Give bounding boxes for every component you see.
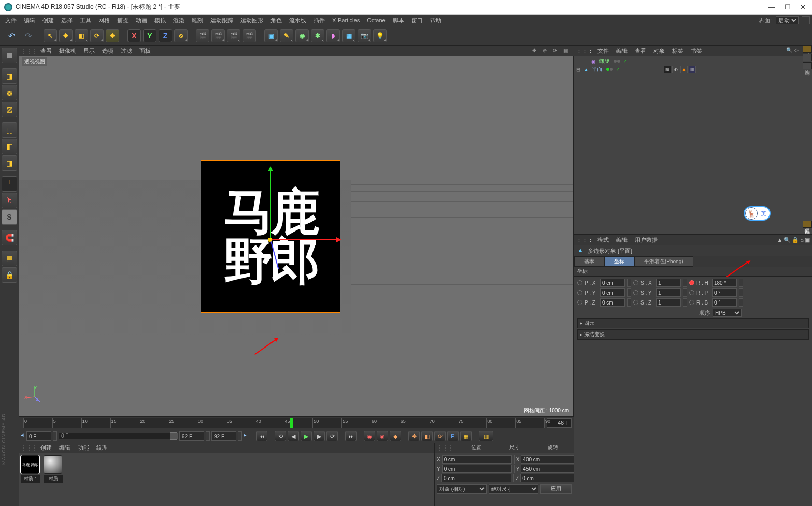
next-frame-button[interactable]: ▶ bbox=[314, 431, 325, 441]
attr-pos-field[interactable] bbox=[600, 298, 625, 307]
key-param-button[interactable]: P bbox=[447, 431, 459, 441]
attr-menu-mode[interactable]: 模式 bbox=[594, 235, 612, 245]
viewport-solo[interactable]: 🖰 bbox=[2, 193, 17, 208]
menu-window[interactable]: 窗口 bbox=[408, 16, 426, 25]
editor-layout-button[interactable]: ▥ bbox=[479, 431, 493, 441]
position-field[interactable] bbox=[442, 465, 512, 473]
anim-dot-icon[interactable] bbox=[577, 290, 582, 295]
spline-pen[interactable]: ✎ bbox=[280, 29, 293, 42]
material-item[interactable]: 材质 bbox=[44, 455, 63, 483]
vp-pan-icon[interactable]: ✥ bbox=[532, 48, 539, 55]
scale-tool[interactable]: ◧ bbox=[75, 29, 88, 42]
autokey-button[interactable]: ◉ bbox=[377, 431, 388, 441]
menu-octane[interactable]: Octane bbox=[364, 16, 388, 24]
menu-motiontrack[interactable]: 运动跟踪 bbox=[207, 16, 236, 25]
home-icon[interactable]: ⌂ bbox=[800, 237, 804, 243]
position-field[interactable] bbox=[441, 474, 511, 482]
range-slider-thumb[interactable] bbox=[170, 432, 177, 440]
attr-collapse-freeze[interactable]: ▸ 冻结变换 bbox=[577, 329, 809, 340]
redo-button[interactable]: ↷ bbox=[21, 28, 35, 43]
menu-snap[interactable]: 捕捉 bbox=[114, 16, 132, 25]
obj-menu-edit[interactable]: 编辑 bbox=[613, 46, 631, 56]
spinner[interactable] bbox=[514, 455, 515, 464]
object-name[interactable]: 螺旋 bbox=[598, 57, 610, 65]
attr-tab[interactable]: 平滑着色(Phong) bbox=[634, 256, 693, 267]
vp-menu-camera[interactable]: 摄像机 bbox=[56, 46, 79, 56]
keyframe-selection[interactable]: ◆ bbox=[390, 431, 401, 441]
preview-end-field[interactable] bbox=[179, 431, 204, 441]
spinner[interactable] bbox=[627, 298, 631, 307]
texture-tag[interactable]: ◐ bbox=[672, 66, 679, 73]
menu-animate[interactable]: 动画 bbox=[133, 16, 150, 25]
view-flat-icon[interactable]: ◇ bbox=[794, 47, 802, 54]
vp-menu-filter[interactable]: 过滤 bbox=[118, 46, 135, 56]
mat-menu-edit[interactable]: 编辑 bbox=[56, 443, 74, 453]
vp-zoom-icon[interactable]: ⊕ bbox=[543, 48, 550, 55]
key-pos-button[interactable]: ✥ bbox=[408, 431, 420, 441]
menu-select[interactable]: 选择 bbox=[58, 16, 76, 25]
menu-plugins[interactable]: 插件 bbox=[310, 16, 328, 25]
vp-toggle-icon[interactable]: ▦ bbox=[563, 48, 571, 55]
menu-create[interactable]: 创建 bbox=[39, 16, 57, 25]
record-button[interactable]: ◉ bbox=[364, 431, 375, 441]
mat-menu-create[interactable]: 创建 bbox=[37, 443, 55, 453]
search-icon[interactable]: 🔍 bbox=[783, 237, 791, 243]
visibility-dots[interactable] bbox=[606, 68, 613, 71]
deformer-bend[interactable]: ◗ bbox=[326, 29, 340, 42]
edge-mode[interactable]: ◧ bbox=[2, 139, 17, 154]
vp-menu-panel[interactable]: 面板 bbox=[136, 46, 154, 56]
vp-rotate-icon[interactable]: ⟳ bbox=[553, 48, 560, 55]
material-item[interactable]: 马鹿 野郎材质.1 bbox=[21, 455, 40, 483]
point-mode[interactable]: ⬚ bbox=[2, 122, 17, 138]
menu-character[interactable]: 角色 bbox=[267, 16, 285, 25]
spinner[interactable] bbox=[513, 474, 514, 482]
rotate-tool[interactable]: ⟳ bbox=[90, 29, 104, 42]
menu-render[interactable]: 渲染 bbox=[170, 16, 188, 25]
spinner[interactable] bbox=[683, 279, 687, 287]
panel-grip-icon[interactable]: ⋮⋮⋮ bbox=[21, 48, 36, 55]
primitive-cube[interactable]: ▣ bbox=[264, 29, 278, 42]
go-end-button[interactable]: ⏭ bbox=[345, 431, 357, 441]
render-pv[interactable]: 🎬 bbox=[227, 29, 240, 42]
spinner[interactable] bbox=[627, 279, 631, 287]
right-tab-attributes[interactable]: 属性 bbox=[803, 221, 812, 228]
perspective-viewport[interactable]: 透视视图 马鹿 野郎 XYZ 网格间距 bbox=[19, 56, 574, 417]
anim-dot-icon[interactable] bbox=[577, 300, 582, 305]
key-rot-button[interactable]: ⟳ bbox=[434, 431, 446, 441]
spinner[interactable] bbox=[627, 288, 631, 297]
vp-menu-display[interactable]: 显示 bbox=[80, 46, 98, 56]
model-mode[interactable]: ◨ bbox=[2, 68, 17, 84]
axis-toggle[interactable]: └ bbox=[2, 176, 17, 192]
snap-toggle[interactable]: S bbox=[2, 209, 17, 225]
attr-scale-field[interactable] bbox=[656, 279, 681, 287]
menu-help[interactable]: 帮助 bbox=[427, 16, 445, 25]
render-region[interactable]: 🎬 bbox=[211, 29, 225, 42]
visibility-dots[interactable] bbox=[614, 60, 620, 63]
y-axis-lock[interactable]: Y bbox=[143, 29, 156, 42]
menu-mesh[interactable]: 网格 bbox=[95, 16, 113, 25]
right-tab-structure[interactable]: 构造 bbox=[803, 62, 812, 69]
obj-menu-object[interactable]: 对象 bbox=[650, 46, 668, 56]
attr-menu-userdata[interactable]: 用户数据 bbox=[632, 235, 661, 245]
attr-rot-field[interactable] bbox=[712, 298, 737, 307]
key-pla-button[interactable]: ▦ bbox=[460, 431, 472, 441]
move-tool[interactable]: ✥ bbox=[59, 29, 73, 42]
range-end-field[interactable] bbox=[211, 431, 236, 441]
attr-tab[interactable]: 坐标 bbox=[604, 256, 634, 267]
soft-select[interactable]: 🧲 bbox=[2, 230, 17, 245]
menu-tools[interactable]: 工具 bbox=[77, 16, 94, 25]
go-next-key-button[interactable]: ⟳ bbox=[326, 431, 338, 441]
apply-button[interactable]: 应用 bbox=[540, 484, 572, 494]
vp-menu-view[interactable]: 查看 bbox=[37, 46, 55, 56]
phong-tag[interactable]: ▲ bbox=[680, 66, 688, 73]
spinner[interactable] bbox=[739, 279, 743, 287]
range-slider[interactable]: 0 F bbox=[59, 433, 178, 439]
z-axis-lock[interactable]: Z bbox=[159, 29, 172, 42]
polygon-mode[interactable]: ◨ bbox=[2, 155, 17, 171]
timeline-ruler[interactable]: 051015202530354045505560657075808590 bbox=[23, 418, 545, 428]
rotation-order-select[interactable]: HPB bbox=[713, 309, 742, 317]
nav-up-icon[interactable]: ▲ bbox=[777, 237, 782, 243]
interface-select[interactable]: 启动 bbox=[776, 16, 799, 24]
spinner[interactable] bbox=[514, 465, 515, 473]
play-button[interactable]: ▶ bbox=[301, 431, 312, 441]
